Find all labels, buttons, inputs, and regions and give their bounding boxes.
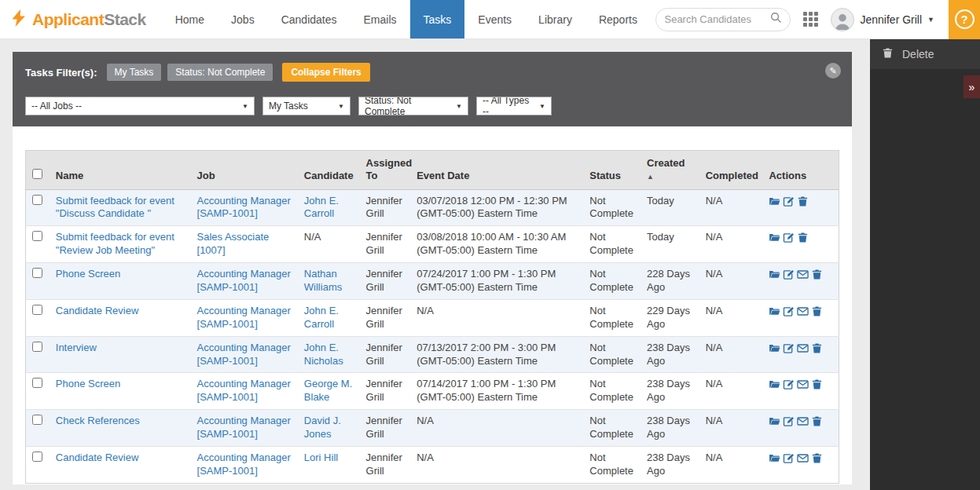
column-header-candidate[interactable]: Candidate [298, 151, 360, 190]
candidate-link[interactable]: David J. Jones [304, 415, 341, 440]
select-all-checkbox[interactable] [32, 169, 42, 179]
search-icon[interactable] [770, 12, 782, 27]
candidate-link[interactable]: Lori Hill [304, 452, 338, 463]
status-filter-select[interactable]: Status: Not Complete▼ [358, 97, 468, 115]
nav-item-emails[interactable]: Emails [350, 0, 409, 38]
email-icon[interactable] [797, 342, 809, 354]
task-name-link[interactable]: Submit feedback for event "Discuss Candi… [56, 195, 174, 220]
delete-icon[interactable] [811, 342, 823, 354]
row-checkbox[interactable] [32, 231, 42, 241]
email-icon[interactable] [797, 378, 809, 390]
edit-icon[interactable] [783, 378, 795, 390]
job-link[interactable]: Accounting Manager [SAMP-1001] [197, 268, 291, 293]
delete-icon[interactable] [811, 415, 823, 427]
help-button[interactable]: ? [949, 0, 980, 39]
row-checkbox[interactable] [32, 415, 42, 425]
column-header-completed[interactable]: Completed [699, 151, 763, 190]
column-header-status[interactable]: Status [583, 151, 640, 190]
open-icon[interactable] [769, 196, 780, 207]
email-icon[interactable] [797, 269, 809, 280]
candidate-link[interactable]: John E. Nicholas [304, 342, 343, 367]
edit-icon[interactable] [783, 342, 795, 354]
edit-filter-icon[interactable]: ✎ [825, 63, 841, 79]
task-name-link[interactable]: Phone Screen [56, 378, 120, 389]
candidate-link[interactable]: John E. Carroll [304, 195, 339, 220]
user-menu[interactable]: Jennifer Grill ▼ [831, 8, 934, 31]
row-checkbox[interactable] [32, 342, 42, 352]
edit-icon[interactable] [783, 415, 795, 427]
row-checkbox[interactable] [32, 305, 42, 315]
open-icon[interactable] [769, 378, 780, 390]
edit-icon[interactable] [783, 452, 795, 464]
nav-item-candidates[interactable]: Candidates [268, 0, 351, 38]
open-icon[interactable] [769, 232, 780, 243]
task-name-link[interactable]: Phone Screen [56, 268, 120, 280]
candidate-link[interactable]: Nathan Williams [304, 268, 342, 293]
types-filter-select[interactable]: -- All Types --▼ [476, 97, 552, 115]
delete-icon[interactable] [797, 232, 809, 243]
nav-item-reports[interactable]: Reports [585, 0, 651, 38]
nav-item-home[interactable]: Home [162, 0, 218, 38]
row-checkbox[interactable] [32, 378, 42, 388]
job-link[interactable]: Accounting Manager [SAMP-1001] [197, 452, 291, 477]
delete-icon[interactable] [811, 305, 823, 317]
right-sidebar: Delete » [870, 39, 980, 490]
assignee-filter-select[interactable]: My Tasks▼ [262, 97, 351, 115]
edit-icon[interactable] [783, 196, 795, 207]
job-link[interactable]: Accounting Manager [SAMP-1001] [197, 415, 291, 440]
open-icon[interactable] [769, 452, 780, 464]
open-icon[interactable] [769, 342, 780, 354]
apps-grid-icon[interactable] [803, 12, 818, 27]
candidate-link[interactable]: George M. Blake [304, 378, 352, 403]
collapse-filters-button[interactable]: Collapse Filters [282, 63, 369, 82]
filter-badge: Status: Not Complete [167, 64, 273, 81]
task-row: Phone ScreenAccounting Manager [SAMP-100… [26, 373, 839, 410]
task-row: Candidate ReviewAccounting Manager [SAMP… [26, 446, 839, 483]
email-icon[interactable] [797, 452, 809, 464]
open-icon[interactable] [769, 415, 780, 427]
column-header-job[interactable]: Job [191, 151, 298, 190]
email-icon[interactable] [797, 305, 809, 317]
row-checkbox[interactable] [32, 195, 42, 205]
status-cell: Not Complete [583, 373, 640, 410]
edit-icon[interactable] [783, 305, 795, 317]
open-icon[interactable] [769, 269, 780, 280]
search-input[interactable] [664, 13, 770, 25]
task-name-link[interactable]: Candidate Review [56, 305, 139, 316]
email-icon[interactable] [797, 415, 809, 427]
search-box [655, 8, 791, 31]
job-link[interactable]: Accounting Manager [SAMP-1001] [197, 305, 291, 330]
row-checkbox[interactable] [32, 452, 42, 462]
edit-icon[interactable] [783, 232, 795, 243]
task-name-link[interactable]: Candidate Review [56, 452, 139, 463]
column-header-assigned-to[interactable]: Assigned To [360, 151, 411, 190]
delete-icon[interactable] [797, 196, 809, 207]
open-icon[interactable] [769, 305, 780, 317]
candidate-link[interactable]: John E. Carroll [304, 305, 339, 330]
nav-item-tasks[interactable]: Tasks [410, 0, 465, 38]
column-header-name[interactable]: Name [50, 151, 191, 190]
job-link[interactable]: Accounting Manager [SAMP-1001] [197, 378, 291, 403]
task-name-link[interactable]: Submit feedback for event "Review Job Me… [56, 231, 174, 256]
row-checkbox-cell [26, 263, 50, 300]
delete-button[interactable]: Delete [870, 39, 980, 69]
edit-icon[interactable] [783, 269, 795, 280]
job-link[interactable]: Accounting Manager [SAMP-1001] [197, 195, 291, 220]
task-name-link[interactable]: Interview [56, 342, 97, 353]
task-name-link[interactable]: Check References [56, 415, 140, 426]
nav-item-events[interactable]: Events [464, 0, 525, 38]
delete-icon[interactable] [811, 378, 823, 390]
column-header-created[interactable]: Created ▲ [640, 151, 699, 190]
column-header-actions[interactable]: Actions [762, 151, 839, 190]
nav-item-library[interactable]: Library [525, 0, 585, 38]
job-link[interactable]: Sales Associate [1007] [197, 231, 270, 256]
delete-icon[interactable] [811, 269, 823, 280]
nav-item-jobs[interactable]: Jobs [218, 0, 268, 38]
column-header-event-date[interactable]: Event Date [410, 151, 583, 190]
expand-panel-button[interactable]: » [963, 75, 980, 98]
delete-icon[interactable] [811, 452, 823, 464]
row-checkbox[interactable] [32, 268, 42, 278]
jobs-filter-select[interactable]: -- All Jobs --▼ [25, 97, 255, 115]
brand-logo[interactable]: ApplicantStack [0, 0, 162, 38]
job-link[interactable]: Accounting Manager [SAMP-1001] [197, 342, 291, 367]
